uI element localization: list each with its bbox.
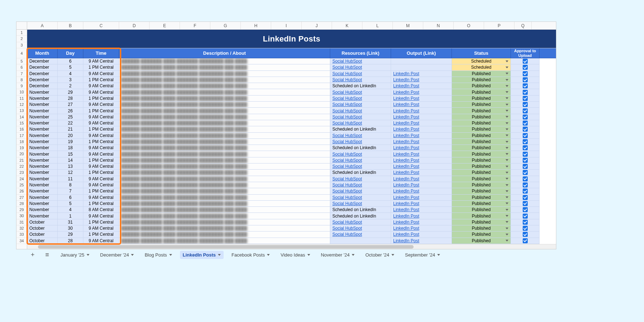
- column-header-F[interactable]: F: [180, 22, 210, 29]
- cell-day[interactable]: 7: [58, 188, 83, 194]
- cell-output-link[interactable]: LinkedIn Post: [391, 170, 452, 176]
- sheet-tab[interactable]: Blog Posts: [142, 251, 175, 259]
- cell-time[interactable]: 9 AM Central: [83, 58, 119, 64]
- cell-time[interactable]: 9 AM Central: [83, 213, 119, 219]
- cell-resources-link[interactable]: Social HubSpot: [330, 182, 391, 188]
- cell-description[interactable]: ██████ ███████ ████ ███████ ████████ ███…: [119, 114, 330, 120]
- cell-approval-checkbox[interactable]: [511, 231, 540, 238]
- cell-output-link[interactable]: LinkedIn Post: [391, 71, 452, 77]
- cell-output-link[interactable]: LinkedIn Post: [391, 238, 452, 244]
- cell-month[interactable]: November: [27, 213, 58, 219]
- cell-time[interactable]: 9 AM Central: [83, 71, 119, 77]
- cell-description[interactable]: ██████ ███████ ████ ███████ ████████ ███…: [119, 120, 330, 126]
- cell-status-dropdown[interactable]: Published: [452, 201, 511, 207]
- cell-day[interactable]: 22: [58, 120, 83, 126]
- row-number[interactable]: 10: [16, 89, 27, 95]
- cell-time[interactable]: 9 AM Central: [83, 114, 119, 120]
- cell-status-dropdown[interactable]: Published: [452, 231, 511, 238]
- cell-status-dropdown[interactable]: Published: [452, 145, 511, 151]
- cell-day[interactable]: 5: [58, 201, 83, 207]
- cell-status-dropdown[interactable]: Scheduled: [452, 64, 511, 70]
- cell-resources-link[interactable]: Social HubSpot: [330, 139, 391, 145]
- cell-description[interactable]: ██████ ███████ ████ ███████ ████████ ███…: [119, 77, 330, 83]
- cell-description[interactable]: ██████ ███████ ████ ███████ ████████ ███…: [119, 207, 330, 213]
- cell-approval-checkbox[interactable]: [511, 114, 540, 120]
- cell-month[interactable]: November: [27, 176, 58, 182]
- cell-output-link[interactable]: LinkedIn Post: [391, 188, 452, 194]
- cell-day[interactable]: 27: [58, 102, 83, 108]
- row-number[interactable]: 30: [16, 213, 27, 219]
- cell-approval-checkbox[interactable]: [511, 201, 540, 207]
- cell-resources-link[interactable]: Social HubSpot: [330, 195, 391, 201]
- cell-description[interactable]: ██████ ███████ ████ ███████ ████████ ███…: [119, 96, 330, 102]
- row-number[interactable]: 13: [16, 108, 27, 114]
- cell-month[interactable]: November: [27, 139, 58, 145]
- cell-output-link[interactable]: LinkedIn Post: [391, 201, 452, 207]
- header-month[interactable]: Month: [27, 48, 58, 58]
- cell-time[interactable]: 1 PM Central: [83, 219, 119, 225]
- cell-status-dropdown[interactable]: Published: [452, 120, 511, 126]
- column-header-I[interactable]: I: [271, 22, 302, 29]
- cell-month[interactable]: November: [27, 102, 58, 108]
- cell-month[interactable]: November: [27, 114, 58, 120]
- cell-status-dropdown[interactable]: Published: [452, 157, 511, 164]
- cell-day[interactable]: 26: [58, 108, 83, 114]
- cell-status-dropdown[interactable]: Published: [452, 89, 511, 95]
- cell-description[interactable]: ██████ ███████ ████ ███████ ████████ ███…: [119, 108, 330, 114]
- row-number[interactable]: 6: [16, 64, 27, 70]
- scrollbar-thumb[interactable]: [38, 245, 414, 249]
- cell-month[interactable]: December: [27, 83, 58, 89]
- cell-approval-checkbox[interactable]: [511, 133, 540, 139]
- cell-description[interactable]: ██████ ███████ ████ ███████ ████████ ███…: [119, 182, 330, 188]
- row-number[interactable]: 15: [16, 120, 27, 126]
- cell-time[interactable]: 9 AM Central: [83, 182, 119, 188]
- cell-description[interactable]: ██████ ███████ ████ ███████ ████████ ███…: [119, 170, 330, 176]
- cell-approval-checkbox[interactable]: [511, 207, 540, 213]
- cell-description[interactable]: ██████ ███████ ████ ███████ ████████ ███…: [119, 89, 330, 95]
- header-day[interactable]: Day: [58, 48, 83, 58]
- cell-resources-link[interactable]: Scheduled on LinkedIn: [330, 170, 391, 176]
- chevron-down-icon[interactable]: [391, 254, 394, 256]
- column-header-E[interactable]: E: [150, 22, 180, 29]
- chevron-down-icon[interactable]: [437, 254, 440, 256]
- all-sheets-menu[interactable]: ≡: [43, 250, 52, 259]
- select-all-corner[interactable]: [16, 22, 27, 29]
- cell-output-link[interactable]: LinkedIn Post: [391, 164, 452, 170]
- row-number[interactable]: 4: [16, 48, 27, 58]
- cell-day[interactable]: 15: [58, 151, 83, 157]
- cell-time[interactable]: 9 AM Central: [83, 83, 119, 89]
- cell-time[interactable]: 1 PM Central: [83, 139, 119, 145]
- cell-approval-checkbox[interactable]: [511, 71, 540, 77]
- cell-approval-checkbox[interactable]: [511, 89, 540, 95]
- cell-approval-checkbox[interactable]: [511, 225, 540, 231]
- cell-month[interactable]: December: [27, 77, 58, 83]
- column-header-P[interactable]: P: [484, 22, 514, 29]
- row-number[interactable]: 16: [16, 126, 27, 132]
- row-number[interactable]: 1: [16, 30, 27, 36]
- cell-day[interactable]: 6: [58, 195, 83, 201]
- cell-resources-link[interactable]: Social HubSpot: [330, 77, 391, 83]
- cell-status-dropdown[interactable]: Published: [452, 188, 511, 194]
- cell-resources-link[interactable]: Scheduled on LinkedIn: [330, 126, 391, 132]
- cell-day[interactable]: 13: [58, 164, 83, 170]
- cell-resources-link[interactable]: Social HubSpot: [330, 133, 391, 139]
- cell-approval-checkbox[interactable]: [511, 195, 540, 201]
- row-number[interactable]: 9: [16, 83, 27, 89]
- cell-resources-link[interactable]: Social HubSpot: [330, 157, 391, 164]
- cell-day[interactable]: 28: [58, 238, 83, 244]
- cell-month[interactable]: November: [27, 151, 58, 157]
- cell-resources-link[interactable]: Social HubSpot: [330, 225, 391, 231]
- cell-time[interactable]: 9 AM Central: [83, 176, 119, 182]
- cell-resources-link[interactable]: Social HubSpot: [330, 176, 391, 182]
- chevron-down-icon[interactable]: [218, 254, 221, 256]
- sheet-tab[interactable]: Video Ideas: [278, 251, 313, 259]
- row-number[interactable]: 14: [16, 114, 27, 120]
- cell-output-link[interactable]: LinkedIn Post: [391, 96, 452, 102]
- cell-output-link[interactable]: [391, 58, 452, 64]
- cell-status-dropdown[interactable]: Published: [452, 77, 511, 83]
- cell-time[interactable]: 9 AM Central: [83, 102, 119, 108]
- chevron-down-icon[interactable]: [307, 254, 310, 256]
- cell-approval-checkbox[interactable]: [511, 96, 540, 102]
- cell-time[interactable]: 1 PM Central: [83, 126, 119, 132]
- cell-day[interactable]: 18: [58, 145, 83, 151]
